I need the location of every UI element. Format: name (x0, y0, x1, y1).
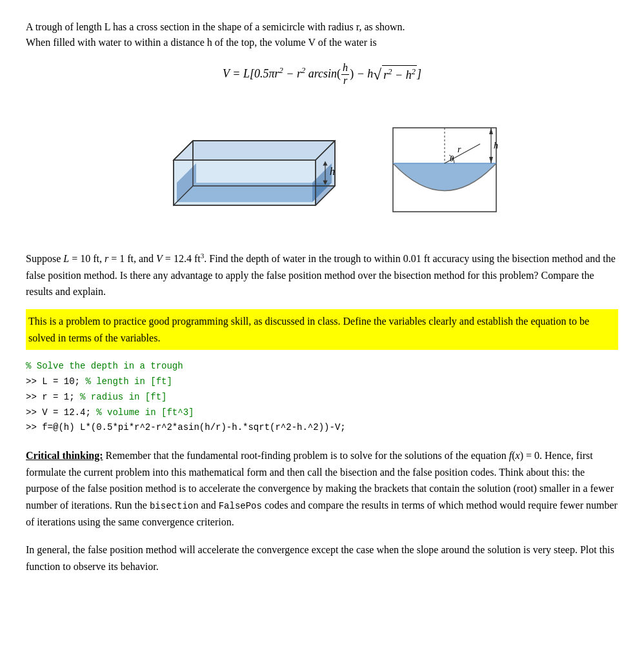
code-line-5: >> f=@(h) L*(0.5*pi*r^2-r^2*asin(h/r)-h.… (26, 420, 618, 436)
svg-marker-28 (489, 157, 493, 163)
trough-3d-diagram: h (135, 102, 354, 231)
intro-line1: A trough of length L has a cross section… (26, 21, 405, 32)
final-text: In general, the false position method wi… (26, 544, 614, 572)
diagram-row: h r θ h (26, 102, 618, 231)
falsepos-code-ref: FalsePos (219, 501, 262, 511)
critical-label: Critical thinking: (26, 450, 103, 461)
svg-text:θ: θ (450, 154, 454, 163)
svg-text:h: h (494, 141, 498, 150)
formula-block: V = L[0.5πr2 − r2 arcsin(hr) − h√r2 − h2… (26, 62, 618, 88)
code-line-2: >> L = 10; % length in [ft] (26, 374, 618, 390)
cross-section-diagram: r θ h (380, 115, 509, 218)
formula-display: V = L[0.5πr2 − r2 arcsin(hr) − h√r2 − h2… (223, 62, 421, 88)
code-block: % Solve the depth in a trough >> L = 10;… (26, 359, 618, 436)
problem-text-content: Suppose L = 10 ft, r = 1 ft, and V = 12.… (26, 253, 616, 297)
critical-paragraph: Critical thinking: Remember that the fun… (26, 447, 618, 530)
svg-text:h: h (330, 166, 335, 177)
svg-text:r: r (458, 145, 461, 154)
final-paragraph: In general, the false position method wi… (26, 542, 618, 575)
highlight-box: This is a problem to practice good progr… (26, 309, 618, 350)
intro-line2: When filled with water to within a dista… (26, 37, 377, 48)
intro-paragraph: A trough of length L has a cross section… (26, 19, 618, 50)
code-line-3: >> r = 1; % radius in [ft] (26, 390, 618, 405)
highlight-text: This is a problem to practice good progr… (28, 316, 589, 343)
critical-section: Critical thinking: Remember that the fun… (26, 447, 618, 530)
svg-marker-27 (489, 128, 493, 134)
problem-paragraph: Suppose L = 10 ft, r = 1 ft, and V = 12.… (26, 250, 618, 300)
code-line-4: >> V = 12.4; % volume in [ft^3] (26, 405, 618, 421)
bisection-code-ref: bisection (150, 501, 199, 511)
code-line-1: % Solve the depth in a trough (26, 359, 618, 374)
